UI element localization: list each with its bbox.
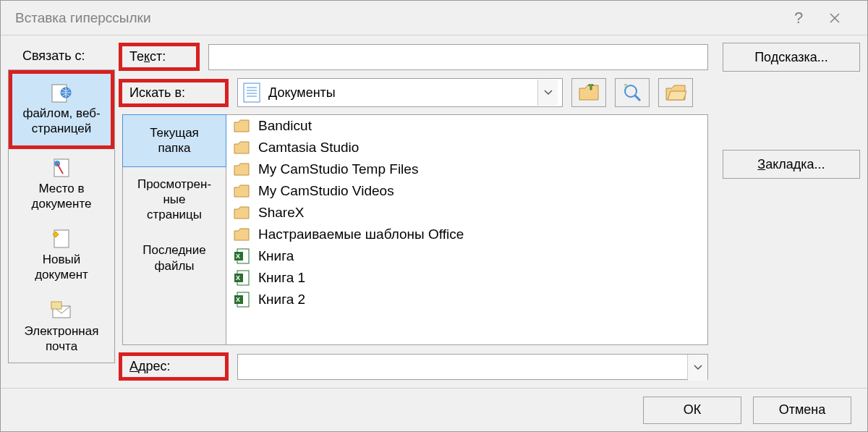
file-name: Книга — [258, 248, 294, 264]
list-item[interactable]: Настраиваемые шаблоны Office — [226, 224, 707, 245]
excel-icon: X — [234, 248, 250, 264]
screentip-button[interactable]: Подсказка... — [723, 43, 860, 72]
tab-current-folder[interactable]: Текущаяпапка — [122, 114, 226, 167]
link-option-new-doc[interactable]: Новыйдокумент — [9, 220, 114, 292]
chevron-down-icon — [544, 90, 553, 96]
browse-file-button[interactable] — [658, 78, 693, 107]
ok-button[interactable]: ОК — [643, 397, 741, 424]
list-item[interactable]: X Книга — [226, 245, 707, 267]
address-dropdown-button[interactable] — [687, 355, 707, 381]
list-item[interactable]: My CamStudio Temp Files — [226, 158, 707, 180]
folder-icon — [234, 141, 250, 154]
svg-text:X: X — [236, 274, 240, 281]
cancel-button[interactable]: Отмена — [753, 397, 851, 424]
lookin-label: Искать в: — [124, 85, 218, 101]
lookin-dropdown-button[interactable] — [537, 80, 558, 106]
lookin-value: Документы — [268, 85, 530, 101]
folder-up-icon — [578, 84, 600, 101]
svg-text:X: X — [236, 296, 240, 303]
folder-open-icon — [665, 84, 686, 101]
titlebar: Вставка гиперссылки ? — [1, 1, 867, 35]
list-item[interactable]: X Книга 2 — [226, 289, 707, 310]
svg-rect-7 — [244, 83, 260, 102]
list-item[interactable]: X Книга 1 — [226, 267, 707, 289]
link-to-panel: файлом, веб-страницей Место вдокументе Н… — [8, 69, 115, 363]
address-label: Адрес: — [124, 359, 218, 374]
browse-tabs: Текущаяпапка Просмотрен-ныестраницы Посл… — [122, 114, 226, 345]
folder-icon — [234, 119, 250, 132]
svg-rect-6 — [51, 302, 61, 309]
file-name: Bandicut — [258, 118, 312, 134]
file-web-icon — [50, 82, 73, 103]
file-name: My CamStudio Videos — [258, 183, 394, 199]
folder-icon — [234, 206, 250, 219]
link-option-label: Место вдокументе — [32, 181, 92, 212]
folder-icon — [234, 228, 250, 241]
excel-icon: X — [234, 292, 250, 308]
folder-icon — [234, 185, 250, 198]
folder-icon — [234, 163, 250, 176]
list-item[interactable]: My CamStudio Videos — [226, 180, 707, 202]
browse-web-icon: 5 — [621, 83, 643, 102]
tab-browsed-pages[interactable]: Просмотрен-ныестраницы — [123, 166, 226, 233]
tab-recent-files[interactable]: Последниефайлы — [123, 232, 226, 284]
link-option-place-in-doc[interactable]: Место вдокументе — [9, 149, 114, 221]
address-input[interactable] — [238, 355, 687, 379]
new-doc-icon — [50, 229, 73, 249]
file-name: ShareX — [258, 205, 304, 221]
link-option-email[interactable]: Электроннаяпочта — [9, 292, 114, 363]
close-button[interactable] — [817, 1, 853, 35]
list-item[interactable]: ShareX — [226, 202, 707, 224]
browse-web-button[interactable]: 5 — [615, 78, 650, 107]
up-one-level-button[interactable] — [571, 78, 606, 107]
svg-line-13 — [635, 96, 640, 101]
list-item[interactable]: Bandicut — [226, 115, 707, 137]
dialog-title: Вставка гиперссылки — [15, 10, 780, 26]
chevron-down-icon — [694, 365, 702, 370]
link-option-file-web[interactable]: файлом, веб-страницей — [9, 70, 114, 149]
svg-text:5: 5 — [624, 83, 628, 89]
excel-icon: X — [234, 270, 250, 286]
email-icon — [50, 300, 73, 321]
svg-text:X: X — [236, 253, 240, 260]
close-icon — [829, 12, 841, 24]
text-input[interactable] — [208, 44, 708, 70]
link-with-label: Связать с: — [8, 43, 115, 69]
place-in-doc-icon — [50, 158, 73, 178]
document-icon — [242, 82, 261, 103]
link-option-label: Новыйдокумент — [35, 252, 88, 283]
link-option-label: файлом, веб-страницей — [22, 106, 100, 137]
lookin-combobox[interactable]: Документы — [237, 78, 563, 107]
dialog-footer: ОК Отмена — [1, 388, 867, 431]
bookmark-button[interactable]: Закладка... — [723, 150, 860, 179]
file-name: Camtasia Studio — [258, 140, 359, 156]
file-list[interactable]: Bandicut Camtasia Studio My CamStudio Te… — [226, 114, 708, 345]
link-option-label: Электроннаяпочта — [25, 323, 99, 355]
file-name: Книга 1 — [258, 270, 305, 286]
text-label: Текст: — [124, 49, 189, 64]
file-name: My CamStudio Temp Files — [258, 161, 418, 177]
help-button[interactable]: ? — [780, 1, 817, 35]
file-name: Книга 2 — [258, 292, 305, 308]
file-name: Настраиваемые шаблоны Office — [258, 226, 464, 242]
list-item[interactable]: Camtasia Studio — [226, 137, 707, 158]
address-combobox[interactable] — [237, 354, 708, 380]
